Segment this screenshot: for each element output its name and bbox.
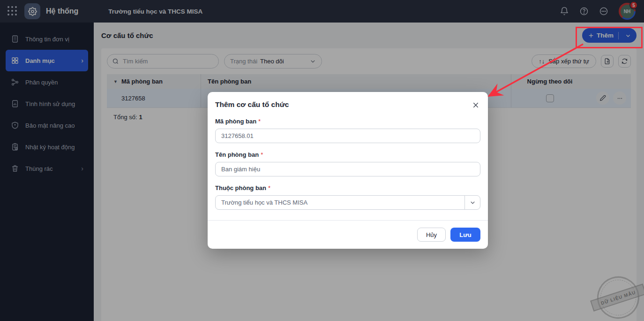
required-mark: * (261, 151, 263, 158)
required-mark: * (268, 184, 270, 191)
parent-department-value: Trường tiểu học và THCS MISA (216, 199, 464, 206)
field-label-code: Mã phòng ban (215, 118, 256, 125)
required-mark: * (258, 118, 261, 125)
parent-department-select[interactable]: Trường tiểu học và THCS MISA (215, 195, 480, 210)
add-org-modal: Thêm cơ cấu tổ chức Mã phòng ban* Tên ph… (208, 92, 488, 249)
modal-footer: Hủy Lưu (208, 220, 488, 249)
modal-title: Thêm cơ cấu tổ chức (215, 100, 289, 109)
close-icon[interactable] (471, 100, 480, 110)
chevron-down-icon[interactable] (464, 196, 480, 209)
cancel-button[interactable]: Hủy (417, 228, 446, 242)
save-button[interactable]: Lưu (450, 228, 480, 242)
field-label-parent: Thuộc phòng ban (215, 184, 266, 191)
department-code-input[interactable] (215, 129, 480, 143)
department-name-input[interactable] (215, 162, 480, 176)
field-label-name: Tên phòng ban (215, 151, 259, 158)
